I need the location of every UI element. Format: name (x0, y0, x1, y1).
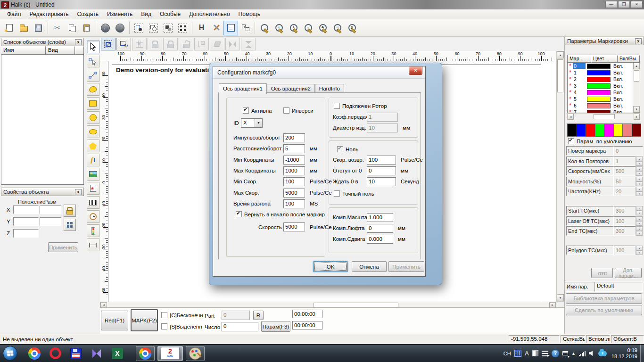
pen-row-3[interactable]: * 3 Вкл. (568, 82, 633, 89)
polygon-tool[interactable] (87, 140, 99, 152)
cloud-icon[interactable] (598, 351, 607, 356)
mirror-h-button[interactable] (225, 38, 240, 50)
array-button[interactable] (64, 219, 76, 231)
field-input[interactable]: 5 (283, 144, 305, 153)
field-input[interactable]: 0.000 (367, 235, 393, 244)
spinner[interactable]: ▴▾ (636, 187, 643, 196)
close-icon[interactable]: x (635, 38, 642, 44)
wobble-button[interactable] (591, 268, 613, 278)
zoom-all-button[interactable] (330, 21, 345, 35)
field-input[interactable]: 1.000 (367, 213, 393, 222)
param-value-field[interactable]: 100▴▾ (614, 246, 643, 255)
lock-aspect-button[interactable] (64, 205, 76, 217)
rotor-checkbox[interactable]: Подключен Ротор (334, 103, 387, 109)
scroll-up-icon[interactable]: ▴ (633, 63, 640, 69)
column-name[interactable]: Имя (1, 46, 46, 55)
param-value-field[interactable]: 300▴▾ (614, 226, 643, 236)
lock2-button[interactable] (163, 38, 178, 50)
default-params-checkbox[interactable]: Парам. по умолчанию (568, 138, 632, 144)
x-size-field[interactable] (40, 206, 61, 214)
param-value-field[interactable]: 300▴▾ (614, 206, 643, 215)
menu-item-7[interactable]: Помощь (234, 10, 264, 18)
guide-status[interactable]: Вспом.ли (586, 335, 610, 343)
palette-swatch-1[interactable] (577, 123, 586, 137)
close-icon[interactable]: x (75, 39, 82, 45)
spin-down-icon[interactable]: ▾ (636, 250, 643, 255)
column-color[interactable]: Цвет (591, 55, 618, 63)
apply-button[interactable]: Применить (388, 261, 424, 272)
combine-button[interactable] (161, 21, 175, 35)
clock[interactable]: 0:19 18.12.2019 (611, 347, 637, 360)
volume-icon[interactable] (589, 351, 595, 356)
spin-down-icon[interactable]: ▾ (636, 181, 643, 186)
mark-selected-checkbox[interactable]: [S]Выделенн (161, 323, 202, 329)
language-indicator[interactable]: CH (504, 351, 511, 356)
kmplayer-launcher[interactable] (90, 346, 104, 361)
up-arrow-icon[interactable]: ▲ (571, 351, 576, 356)
field-input[interactable]: 0 (367, 166, 396, 175)
pen-row-5[interactable]: * 5 Вкл. (568, 96, 633, 102)
field-input[interactable]: 5000 (283, 189, 305, 197)
spinner[interactable]: ▴▾ (636, 226, 643, 236)
vertical-scrollbar[interactable]: ▴ ▾ (556, 51, 564, 302)
column-marker[interactable]: Мар... (568, 55, 591, 63)
spinner[interactable]: ▴▾ (636, 206, 643, 215)
network-icon[interactable] (579, 351, 586, 356)
scroll-left-icon[interactable]: ◂ (568, 114, 574, 120)
spinner[interactable]: ▴▾ (636, 156, 643, 166)
dialog-close-icon[interactable]: × (409, 66, 422, 75)
spin-down-icon[interactable]: ▾ (636, 171, 643, 176)
param-value-field[interactable]: 0 (614, 146, 643, 156)
invert-checkbox[interactable]: Инверси (283, 107, 314, 114)
apply-button[interactable]: Применить (48, 242, 78, 252)
field-input[interactable]: 10 (367, 177, 396, 186)
scroll-thumb[interactable] (594, 114, 615, 119)
zoom-out-button[interactable] (301, 21, 315, 35)
close-icon[interactable]: x (75, 189, 82, 195)
chevron-down-icon[interactable]: ▼ (255, 119, 262, 127)
param-f3-button[interactable]: Парам(F3) (261, 321, 290, 332)
menu-item-0[interactable]: Файл (3, 10, 25, 18)
spin-down-icon[interactable]: ▾ (636, 231, 643, 236)
scroll-thumb[interactable] (557, 59, 563, 92)
device-button[interactable] (238, 21, 253, 35)
redo-button[interactable] (113, 21, 127, 35)
shear-button[interactable] (210, 38, 224, 50)
maximize-button[interactable]: ❐ (618, 1, 630, 8)
save-button[interactable] (31, 21, 46, 35)
spin-up-icon[interactable]: ▴ (636, 206, 643, 211)
floppy-launcher[interactable] (69, 346, 83, 361)
copy-button[interactable] (65, 21, 79, 35)
scroll-up-icon[interactable]: ▴ (557, 51, 564, 58)
show-desktop-button[interactable] (640, 345, 644, 362)
zoom-page-button[interactable] (345, 21, 359, 35)
excel-launcher[interactable]: X (110, 346, 124, 361)
x-position-field[interactable] (13, 206, 39, 214)
node-edit-tool[interactable] (87, 55, 99, 67)
font-a-icon[interactable]: A (525, 350, 529, 357)
select-tool[interactable] (87, 41, 99, 53)
taskbar-app-paint[interactable] (186, 346, 205, 361)
curve-tool[interactable] (87, 83, 99, 96)
size-button[interactable] (101, 38, 116, 50)
scroll-thumb[interactable] (314, 303, 398, 307)
make-default-button[interactable]: Сделать по умолчанию (566, 305, 642, 315)
scroll-thumb[interactable] (634, 70, 639, 82)
palette-swatch-4[interactable] (604, 123, 614, 137)
exact-zero-checkbox[interactable]: Точный ноль (334, 190, 374, 197)
scroll-down-icon[interactable]: ▾ (633, 106, 640, 113)
taskbar-app-chrome[interactable] (136, 346, 155, 361)
column-onoff[interactable]: Вкл/Вы. (618, 55, 640, 63)
continuous-checkbox[interactable]: [C]Бесконечн (161, 312, 203, 318)
y-position-field[interactable] (13, 217, 39, 226)
pen-row-1[interactable]: * 1 Вкл. (568, 69, 633, 76)
circle-tool[interactable] (87, 111, 99, 124)
help-icon[interactable]: ? (552, 350, 559, 357)
ungroup-button[interactable] (146, 21, 161, 35)
minimize-button[interactable]: — (605, 1, 617, 8)
palette-swatch-7[interactable] (632, 123, 642, 137)
pen-row-4[interactable]: * 4 Вкл. (568, 89, 633, 96)
start-button[interactable] (3, 346, 17, 361)
spinner[interactable]: ▴▾ (636, 177, 643, 186)
break-button[interactable] (175, 21, 190, 35)
